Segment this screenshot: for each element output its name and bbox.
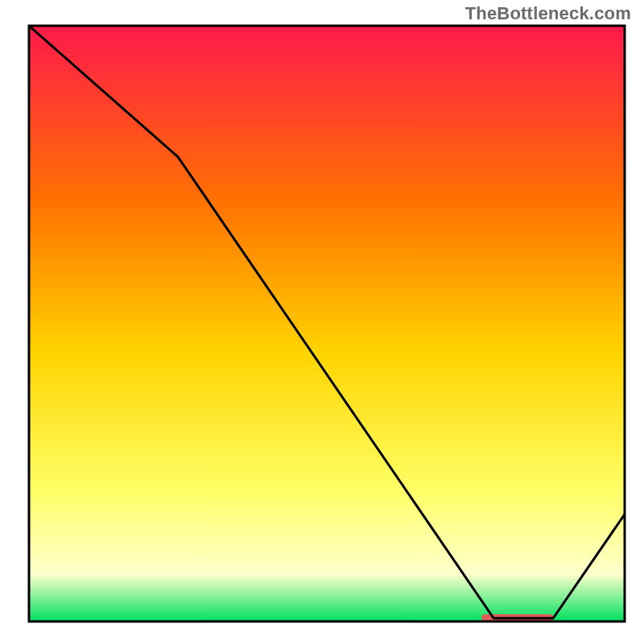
gradient-background: [29, 26, 625, 621]
chart-container: TheBottleneck.com: [0, 0, 644, 644]
bottleneck-chart: [0, 0, 644, 644]
